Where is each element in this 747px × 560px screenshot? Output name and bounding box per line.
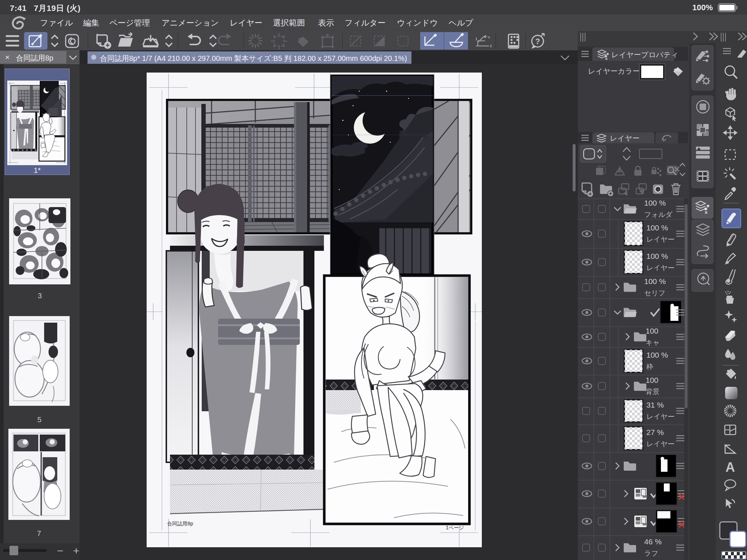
svg-text:A: A [725,460,735,475]
